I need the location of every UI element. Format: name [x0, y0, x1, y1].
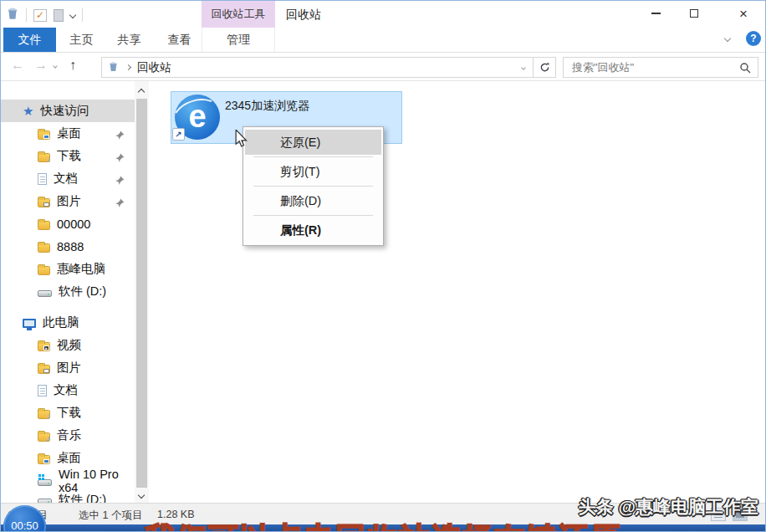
pin-icon: [115, 129, 125, 142]
sidebar-item-drive-d-qa[interactable]: 软件 (D:): [1, 280, 135, 303]
address-dropdown-icon[interactable]: [521, 65, 526, 70]
sidebar-item-label: 音乐: [57, 427, 81, 443]
scroll-down-icon[interactable]: [138, 492, 145, 499]
drive-os-icon: [38, 479, 52, 486]
window-body: ★快速访问桌面↓下载文档图片000008888惠峰电脑软件 (D:)此电脑▸视频…: [1, 81, 765, 503]
delete-confirm-icon[interactable]: ✓: [33, 9, 47, 22]
window-title: 回收站: [286, 8, 321, 23]
sidebar-item-folder-00000[interactable]: 00000: [1, 212, 135, 235]
sidebar-item-label: 8888: [57, 240, 84, 253]
minimize-button[interactable]: [636, 1, 675, 26]
sidebar-item-desktop-qa[interactable]: 桌面: [1, 122, 135, 145]
close-button[interactable]: ×: [724, 1, 763, 26]
file-list-pane[interactable]: e ↗ 2345加速浏览器 还原(E)剪切(T)删除(D)属性(R): [150, 81, 765, 503]
recycle-bin-icon: [108, 60, 119, 75]
menu-item-cut[interactable]: 剪切(T): [245, 159, 381, 184]
watermark: 头条 @惠峰电脑工作室: [579, 495, 758, 519]
sidebar-item-pictures-qa[interactable]: 图片: [1, 190, 135, 212]
video-subtitle: 我们可以点击回收站选择右键还原: [145, 519, 621, 532]
quick-access-toolbar: ✓: [6, 7, 83, 23]
sidebar-item-label: 桌面: [57, 125, 81, 141]
ribbon-collapse-icon[interactable]: [724, 35, 731, 42]
sidebar-item-label: 图片: [57, 360, 81, 376]
breadcrumb-chevron-icon: [125, 64, 131, 70]
sidebar-item-label: 此电脑: [43, 315, 79, 330]
tab-file[interactable]: 文件: [3, 28, 56, 52]
sidebar-item-downloads[interactable]: ↓下载: [1, 402, 135, 424]
qat-dropdown-icon[interactable]: [69, 12, 76, 18]
maximize-button[interactable]: [675, 1, 713, 26]
sidebar-item-documents-qa[interactable]: 文档: [1, 167, 135, 190]
sidebar-scrollbar[interactable]: [135, 81, 149, 503]
star-icon: ★: [23, 105, 33, 117]
sidebar-item-documents[interactable]: 文档: [1, 379, 135, 402]
down-icon: ↓: [38, 153, 50, 162]
address-bar[interactable]: 回收站: [101, 57, 534, 78]
menu-item-properties[interactable]: 属性(R): [245, 217, 381, 243]
page-icon: [38, 385, 47, 396]
folder-icon: [38, 243, 50, 253]
tab-share[interactable]: 共享: [110, 28, 148, 52]
page-icon: [38, 173, 47, 185]
sidebar-gap: [1, 303, 135, 311]
address-row: ← → ↑ 回收站: [1, 53, 765, 81]
sidebar-item-label: 软件 (D:): [59, 284, 106, 299]
desktop-icon: [38, 455, 50, 464]
toolbar-separator: [26, 8, 27, 22]
context-menu: 还原(E)剪切(T)删除(D)属性(R): [243, 126, 384, 246]
pin-icon: [115, 151, 125, 165]
ribbon-tabs: 文件 主页 共享 查看 管理 ?: [1, 28, 765, 53]
tab-view[interactable]: 查看: [161, 28, 198, 52]
folder-icon: [38, 266, 50, 275]
sidebar-item-folder-huifeng[interactable]: 惠峰电脑: [1, 258, 135, 280]
sidebar-item-folder-8888[interactable]: 8888: [1, 235, 135, 258]
sidebar-item-music[interactable]: ♪音乐: [1, 424, 135, 447]
search-input[interactable]: [564, 61, 739, 74]
sidebar-item-quick-access[interactable]: ★快速访问: [1, 100, 135, 122]
search-icon[interactable]: [739, 62, 751, 74]
timer-value: 00:50: [3, 519, 46, 532]
menu-separator: [253, 156, 373, 157]
music-icon: ♪: [38, 432, 50, 442]
forward-button[interactable]: →: [34, 58, 48, 73]
breadcrumb[interactable]: 回收站: [137, 60, 171, 75]
sidebar-item-label: 图片: [57, 193, 81, 209]
scrollbar-thumb[interactable]: [136, 99, 147, 488]
close-icon: ×: [739, 7, 748, 21]
pic-icon: [38, 198, 50, 207]
pin-icon: [115, 197, 125, 210]
pc-icon: [23, 319, 36, 328]
tab-home[interactable]: 主页: [63, 28, 100, 52]
recent-locations-icon[interactable]: [53, 64, 58, 69]
menu-item-delete[interactable]: 删除(D): [245, 188, 381, 213]
refresh-icon: [539, 62, 550, 73]
drive-icon: [38, 290, 52, 297]
help-button[interactable]: ?: [746, 31, 761, 46]
sidebar-item-label: 文档: [54, 382, 78, 398]
refresh-button[interactable]: [534, 57, 556, 78]
up-button[interactable]: ↑: [69, 58, 76, 73]
desktop-icon: [38, 130, 50, 140]
maximize-icon: [690, 9, 698, 18]
explorer-window: ✓ 回收站工具 回收站 × 文件 主页 共享 查看 管理 ? ← → ↑ 回收站: [0, 0, 766, 532]
tab-manage[interactable]: 管理: [202, 28, 275, 52]
sidebar-item-this-pc[interactable]: 此电脑: [1, 311, 135, 334]
search-box[interactable]: [563, 57, 758, 78]
properties-icon[interactable]: [54, 9, 64, 22]
sidebar-item-label: 00000: [57, 217, 90, 231]
selection-count: 选中 1 个项目: [79, 509, 142, 523]
video-icon: ▸: [38, 342, 50, 351]
menu-item-restore[interactable]: 还原(E): [245, 130, 381, 155]
sidebar-item-label: 下载: [57, 148, 81, 164]
menu-separator: [253, 186, 373, 187]
title-bar: ✓ 回收站工具 回收站 ×: [1, 1, 765, 28]
sidebar-item-pictures[interactable]: 图片: [1, 356, 135, 379]
sidebar-item-drive-c[interactable]: Win 10 Pro x64: [1, 469, 135, 492]
sidebar-item-desktop[interactable]: 桌面: [1, 447, 135, 469]
sidebar-item-downloads-qa[interactable]: ↓下载: [1, 145, 135, 167]
back-button[interactable]: ←: [11, 58, 24, 73]
file-item-2345-browser[interactable]: e ↗ 2345加速浏览器 还原(E)剪切(T)删除(D)属性(R): [171, 91, 402, 144]
scroll-up-icon[interactable]: [138, 89, 145, 95]
sidebar-list: ★快速访问桌面↓下载文档图片000008888惠峰电脑软件 (D:)此电脑▸视频…: [1, 100, 135, 507]
sidebar-item-videos[interactable]: ▸视频: [1, 334, 135, 356]
